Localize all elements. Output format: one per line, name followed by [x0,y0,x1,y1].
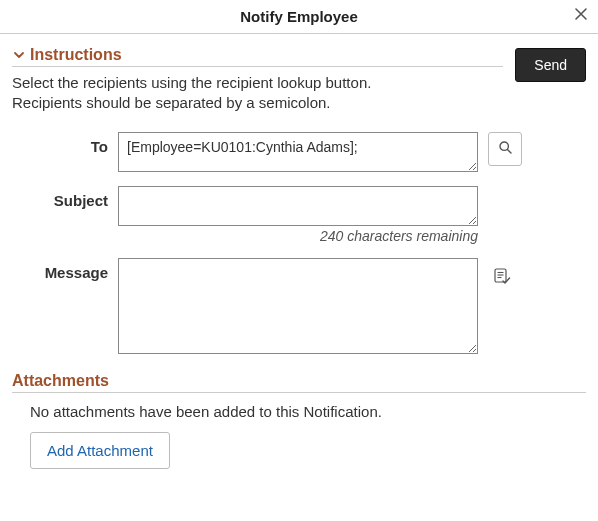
to-input[interactable] [118,132,478,172]
field-wrap-to [118,132,522,172]
svg-line-1 [507,149,511,153]
label-subject: Subject [12,186,118,209]
top-row: Instructions Select the recipients using… [12,46,586,114]
message-input[interactable] [118,258,478,354]
add-attachment-button[interactable]: Add Attachment [30,432,170,469]
note-check-icon [493,267,511,288]
label-to: To [12,132,118,155]
message-template-button[interactable] [490,266,514,290]
field-wrap-message [118,258,514,354]
notify-employee-dialog: Notify Employee Instructions Select the … [0,0,598,489]
row-message: Message [12,258,586,354]
subject-input[interactable] [118,186,478,226]
search-icon [498,140,513,158]
instructions-line-2: Recipients should be separated by a semi… [12,93,503,113]
recipient-lookup-button[interactable] [488,132,522,166]
instructions-heading-text: Instructions [30,46,122,64]
send-button[interactable]: Send [515,48,586,82]
dialog-header: Notify Employee [0,0,598,34]
field-wrap-subject: 240 characters remaining [118,186,478,244]
attachments-heading: Attachments [12,372,586,393]
chevron-down-icon [12,48,26,62]
instructions-line-1: Select the recipients using the recipien… [12,73,503,93]
close-button[interactable] [574,6,588,24]
instructions-header[interactable]: Instructions [12,46,503,67]
dialog-content: Instructions Select the recipients using… [0,34,598,489]
dialog-title: Notify Employee [240,8,358,25]
attachments-empty-message: No attachments have been added to this N… [30,403,586,420]
instructions-text: Select the recipients using the recipien… [12,73,503,114]
subject-chars-remaining: 240 characters remaining [118,228,478,244]
instructions-block: Instructions Select the recipients using… [12,46,503,114]
form-area: To Subject 240 characters remaining [12,132,586,354]
row-to: To [12,132,586,172]
label-message: Message [12,258,118,281]
attachments-section: Attachments No attachments have been add… [12,372,586,469]
row-subject: Subject 240 characters remaining [12,186,586,244]
close-icon [574,5,588,25]
